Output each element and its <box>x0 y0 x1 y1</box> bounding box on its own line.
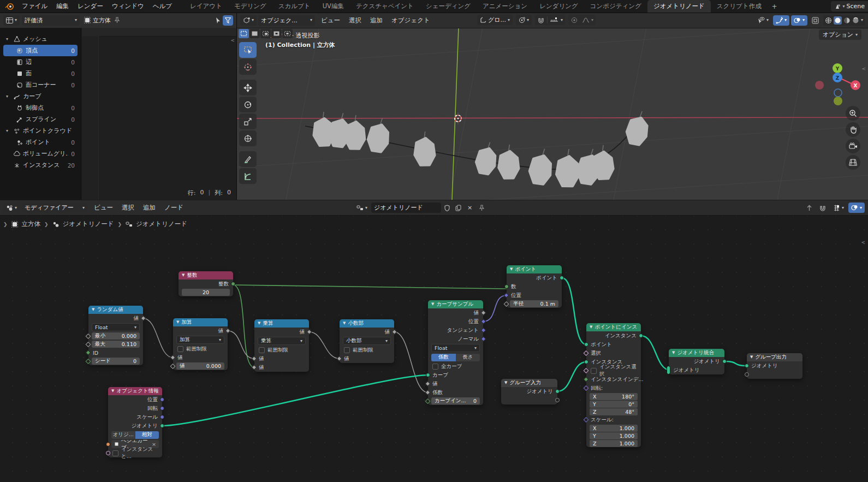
menu-ヘルプ[interactable]: ヘルプ <box>148 0 176 13</box>
editor-type-button-nodes[interactable]: ▾ <box>3 203 20 213</box>
value-slider[interactable]: X1.000 <box>590 425 638 432</box>
workspace-tab[interactable]: アニメーション <box>477 0 533 13</box>
perspective-toggle-button[interactable] <box>846 155 860 170</box>
tree-item[interactable]: 頂点0 <box>3 45 78 56</box>
tool-scale-button[interactable] <box>239 114 257 129</box>
node-value-field[interactable]: 値0.000 <box>173 362 228 370</box>
breadcrumb-item[interactable]: ジオメトリノード <box>136 220 187 228</box>
socket-teal[interactable] <box>584 342 588 347</box>
editor-divider[interactable] <box>236 13 237 200</box>
socket-violet[interactable] <box>481 328 486 333</box>
options-button[interactable]: オプション▾ <box>819 29 861 40</box>
node-instance-on-points[interactable]: ▼ポイントにインスタ...インスタンスポイント選択インスタンスインスタンス選択イ… <box>586 323 641 447</box>
workspace-tab[interactable]: テクスチャペイント <box>350 0 420 13</box>
node-object-info[interactable]: ▼オブジェクト情報位置回転スケールジオメトリオリジ...相対ベジエカーブ×インス… <box>108 387 162 457</box>
socket-gray[interactable] <box>252 365 257 370</box>
node-value-field[interactable]: Y0° <box>586 400 641 408</box>
toggle-係数[interactable]: 係数 <box>431 354 456 361</box>
collapse-icon[interactable]: ▼ <box>92 308 94 312</box>
socket-green[interactable] <box>86 359 91 364</box>
snap-dropdown[interactable]: ▾ <box>561 18 565 22</box>
node-header[interactable]: ▼カーブサンプル <box>428 300 483 308</box>
socket-empty[interactable] <box>555 398 560 402</box>
socket-orange[interactable] <box>106 442 110 447</box>
workspace-tab[interactable]: スカルプト <box>272 0 317 13</box>
pan-hand-button[interactable] <box>846 122 860 137</box>
workspace-tab[interactable]: コンポジティング <box>584 0 647 13</box>
node-overlays-toggle[interactable]: ▾ <box>848 203 865 213</box>
node-menu-ビュー[interactable]: ビュー <box>90 201 117 214</box>
overlays-toggle[interactable]: ▾ <box>791 15 807 26</box>
value-slider[interactable]: 最小0.000 <box>92 332 140 340</box>
node-checkbox-row[interactable]: 範囲制限 <box>254 346 309 354</box>
node-header[interactable]: ▼オブジェクト情報 <box>108 387 162 395</box>
region-collapse-icon-3d[interactable]: < <box>861 66 866 72</box>
workspace-tab[interactable]: レンダリング <box>533 0 584 13</box>
snap-increment-icon[interactable] <box>548 17 561 23</box>
tree-item[interactable]: 制御点0 <box>3 102 78 114</box>
proportional-editing-icon[interactable] <box>568 17 580 23</box>
tree-item[interactable]: 面0 <box>3 68 78 79</box>
snap-node-target-select[interactable]: ▾ <box>830 203 847 213</box>
tree-group[interactable]: ▾ポイントクラウド <box>3 125 78 136</box>
node-add[interactable]: ▼加算値加算▾範囲制限値値0.000 <box>173 318 228 370</box>
tree-item[interactable]: 辺0 <box>3 56 78 68</box>
node-value-field[interactable]: 20 <box>179 288 233 296</box>
filter-button[interactable] <box>223 15 233 26</box>
fake-user-shield-button[interactable] <box>442 203 452 213</box>
node-checkbox-row[interactable]: 全カーブ <box>428 362 483 371</box>
tree-expand-icon[interactable]: ▾ <box>6 128 11 133</box>
transform-orientation-select[interactable]: グロ...▾ <box>477 15 513 25</box>
socket-empty[interactable] <box>745 372 749 377</box>
node-value-field[interactable]: 最小0.000 <box>88 332 143 340</box>
node-value-field[interactable]: X180° <box>586 392 641 400</box>
node-header[interactable]: ▼グループ出力 <box>747 353 802 361</box>
instanced-geometry[interactable] <box>528 147 552 185</box>
socket-teal[interactable] <box>667 366 670 374</box>
tree-item[interactable]: インスタンス20 <box>3 159 78 171</box>
checkbox[interactable] <box>112 450 118 456</box>
node-menu-ノード[interactable]: ノード <box>160 201 188 214</box>
node-dropdown[interactable]: 小数部▾ <box>340 336 394 346</box>
node-multiply[interactable]: ▼乗算値乗算▾範囲制限値値 <box>254 319 309 372</box>
workspace-tab[interactable]: レイアウト <box>184 0 228 13</box>
node-canvas[interactable]: ❯立方体❯ジオメトリノード❯ジオメトリノード < ▼整数整数20▼ランダム値値F… <box>0 215 868 482</box>
breadcrumb-item[interactable]: ジオメトリノード <box>63 220 114 228</box>
instanced-geometry[interactable] <box>367 117 390 152</box>
socket-gray[interactable] <box>425 390 431 395</box>
workspace-tab[interactable]: モデリング <box>228 0 272 13</box>
dropdown-box[interactable]: 小数部▾ <box>343 337 391 345</box>
select-set-button[interactable] <box>239 29 249 38</box>
new-copy-button[interactable] <box>453 203 463 213</box>
collapse-icon[interactable]: ▼ <box>343 322 346 325</box>
node-header[interactable]: ▼小数部 <box>340 319 394 328</box>
menu-ウィンドウ[interactable]: ウィンドウ <box>108 0 148 13</box>
node-value-field[interactable]: Z48° <box>586 408 641 415</box>
camera-view-button[interactable] <box>846 139 860 153</box>
show-object-types-button[interactable]: ▾ <box>754 15 771 26</box>
tool-measure-button[interactable] <box>239 168 257 184</box>
select-intersect-button[interactable] <box>282 29 293 38</box>
collapse-icon[interactable]: ▼ <box>431 302 434 306</box>
tree-expand-icon[interactable]: ▾ <box>6 37 11 41</box>
socket-teal[interactable] <box>555 389 560 394</box>
socket-violet[interactable] <box>160 406 164 410</box>
select-subtract-button[interactable] <box>260 29 271 38</box>
value-slider[interactable]: Y0° <box>590 401 638 408</box>
value-slider[interactable]: シード0 <box>92 358 140 365</box>
socket-violet[interactable] <box>160 415 164 419</box>
collapse-icon[interactable]: ▼ <box>510 267 513 271</box>
checkbox[interactable] <box>591 368 597 374</box>
value-slider[interactable]: Y1.000 <box>590 432 638 439</box>
blender-logo-icon[interactable] <box>4 2 15 11</box>
dropdown-box[interactable]: 乗算▾ <box>258 337 306 345</box>
node-header[interactable]: ▼ポイント <box>507 265 562 273</box>
dropdown-box[interactable]: Float▾ <box>92 323 140 331</box>
select-extend-button[interactable] <box>249 29 260 38</box>
node-checkbox-row[interactable]: インスタンスと... <box>108 449 162 457</box>
socket-gray[interactable] <box>425 381 431 386</box>
node-checkbox-row[interactable]: 範囲制限 <box>173 344 228 353</box>
tree-expand-icon[interactable]: ▾ <box>6 94 11 99</box>
socket-teal[interactable] <box>426 373 430 377</box>
node-value-field[interactable]: 半径0.1 m <box>507 300 562 308</box>
